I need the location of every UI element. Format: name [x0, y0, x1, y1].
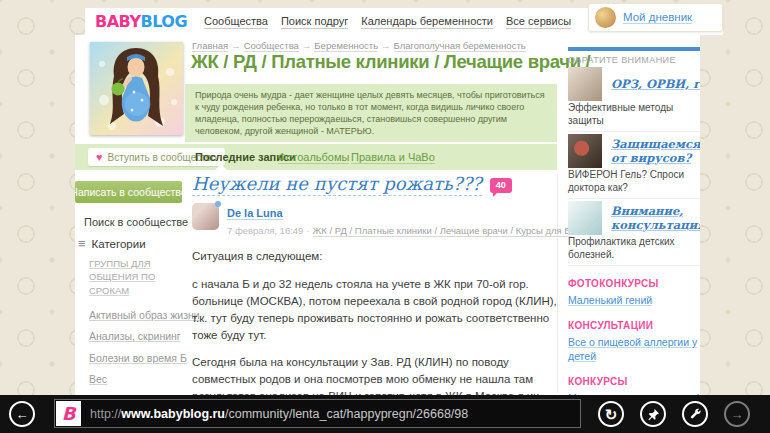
categories-toggle[interactable]: ≡ Категории [78, 237, 182, 250]
url-input[interactable]: B http://www.babyblog.ru/community/lenta… [54, 399, 581, 428]
post-paragraph: с начала Б и до 32 недель стояла на учет… [192, 276, 564, 344]
sidebar-item-tests-screening[interactable]: Анализы, скрининг [89, 330, 181, 342]
menu-item-pregnancy-calendar[interactable]: Календарь беременности [361, 15, 493, 29]
hamburger-icon: ≡ [78, 237, 86, 250]
community-description-box: Природа очень мудра - дает женщине целых… [185, 84, 557, 142]
promo-thumbnail[interactable] [568, 201, 602, 235]
section-header: КОНСУЛЬТАЦИИ [568, 320, 700, 331]
my-diary-link[interactable]: Мой дневник [623, 11, 692, 24]
main-menu: Сообщества Поиск подруг Календарь береме… [204, 15, 571, 29]
menu-item-communities[interactable]: Сообщества [204, 15, 268, 29]
promo-item-top: ОРЗ, ОРВИ, грипп [568, 67, 700, 101]
sidebar-item-groups-by-term[interactable]: ГРУППЫ ДЛЯ ОБЩЕНИЯ ПО СРОКАМ [89, 257, 182, 297]
sidebar-section-contests: КОНКУРСЫ Меняем истории на призы! [568, 376, 700, 395]
breadcrumb-arrow-icon: → [381, 40, 391, 51]
community-avatar-illustration [90, 42, 183, 135]
promo-item: Внимание, консультация! Профилактика дет… [568, 201, 700, 266]
main-panel: Главная→Сообщества→Беременность→Благопол… [75, 35, 700, 395]
url-path: /community/lenta_cat/happypregn/26668/98 [225, 407, 468, 421]
browser-back-button[interactable]: ← [9, 401, 35, 427]
url-protocol: http:// [90, 407, 121, 421]
post-category-links[interactable]: ЖК / РД / Платные клиники / Лечащие врач… [313, 225, 571, 237]
forward-arrow-icon: → [731, 408, 744, 421]
promo-item-top: Защищаемся от вирусов? [568, 134, 700, 168]
site-favicon: B [56, 401, 81, 426]
list-item: Болезни во время Б [89, 348, 182, 366]
promo-link-viruses[interactable]: Защищаемся от вирусов? [611, 137, 700, 166]
community-description: Природа очень мудра - дает женщине целых… [195, 90, 547, 138]
promo-item-top: Внимание, консультация! [568, 201, 700, 235]
sidebar-item-weight[interactable]: Вес [89, 373, 107, 385]
category-list: Активный образ жизни Анализы, скрининг Б… [89, 305, 182, 395]
menu-item-all-services[interactable]: Все сервисы [506, 15, 571, 29]
my-diary-widget[interactable]: Мой дневник [588, 3, 723, 32]
tab-rules-faq[interactable]: Правила и ЧаВо [351, 151, 435, 163]
meta-separator: · [306, 225, 309, 236]
heart-icon: ♥ [96, 152, 103, 163]
promo-description: Профилактика детских болезней. [568, 236, 700, 261]
sidebar-section-consultations: КОНСУЛЬТАЦИИ Все о пищевой аллергии у де… [568, 320, 700, 364]
promo-thumbnail[interactable] [568, 67, 602, 101]
comments-count-badge[interactable]: 40 [490, 178, 512, 193]
post-title-row: Неужели не пустят рожать??? 40 [192, 173, 564, 196]
post-paragraph: Ситуация в следующем: [192, 248, 564, 265]
post-author-row: De la Luna 7 февраля, 16:49·ЖК / РД / Пл… [192, 203, 564, 236]
browser-refresh-button[interactable]: ↻ [598, 401, 624, 427]
back-arrow-icon: ← [16, 408, 29, 421]
browser-pin-button[interactable] [640, 401, 666, 427]
pin-icon [647, 408, 660, 421]
browser-forward-button[interactable]: → [724, 401, 750, 427]
logo-part-blog: BLOG [140, 12, 187, 31]
section-link-food-allergy[interactable]: Все о пищевой аллергии у детей [568, 336, 700, 363]
logo-part-baby: BABY [95, 12, 140, 31]
author-name-link[interactable]: De la Luna [227, 207, 283, 220]
list-item: Анализы, скрининг [89, 326, 182, 344]
community-stats: 9329 участников, 34431 тема [195, 141, 547, 143]
post-meta: 7 февраля, 16:49·ЖК / РД / Платные клини… [227, 225, 571, 236]
community-tab-band: ♥ Вступить в сообщество Последние записи… [75, 144, 557, 170]
promo-item: Защищаемся от вирусов? ВИФЕРОН Гель? Спр… [568, 134, 700, 199]
list-item: Вес [89, 369, 182, 387]
post: Неужели не пустят рожать??? 40 De la Lun… [192, 173, 564, 395]
babyblog-logo[interactable]: BABYBLOG [95, 12, 187, 31]
active-tab-notch [215, 164, 227, 170]
sidebar-accent-bar [568, 47, 700, 51]
attention-header: ОБРАТИТЕ ВНИМАНИЕ [568, 55, 700, 65]
browser-tools-button[interactable] [682, 401, 708, 427]
promo-description: Эффективные методы защиты [568, 102, 700, 127]
write-to-community-button[interactable]: Написать в сообщество [75, 181, 182, 203]
right-sidebar: ОБРАТИТЕ ВНИМАНИЕ ОРЗ, ОРВИ, грипп Эффек… [568, 47, 700, 395]
author-avatar[interactable] [192, 203, 219, 230]
promo-link-consultation[interactable]: Внимание, консультация! [611, 204, 700, 233]
community-search-label: Поиск в сообществе [84, 216, 188, 228]
post-title-link[interactable]: Неужели не пустят рожать??? [192, 173, 482, 196]
url-text: http://www.babyblog.ru/community/lenta_c… [90, 407, 468, 421]
community-title: ЖК / РД / Платные клиники / Лечащие врач… [191, 51, 590, 73]
breadcrumb-arrow-icon: → [302, 40, 312, 51]
promo-item: ОРЗ, ОРВИ, грипп Эффективные методы защи… [568, 67, 700, 132]
wrench-icon [689, 408, 702, 421]
section-header: КОНКУРСЫ [568, 376, 700, 387]
post-date: 7 февраля, 16:49 [227, 225, 303, 236]
menu-item-find-friends[interactable]: Поиск подруг [281, 15, 348, 29]
section-header: ФОТОКОНКУРСЫ [568, 278, 700, 289]
promo-link-flu[interactable]: ОРЗ, ОРВИ, грипп [611, 77, 700, 91]
user-avatar [595, 7, 616, 28]
promo-description: ВИФЕРОН Гель? Спроси доктора как? [568, 169, 700, 194]
browser-address-bar: ← B http://www.babyblog.ru/community/len… [0, 395, 770, 433]
sidebar-item-illness[interactable]: Болезни во время Б [89, 352, 187, 364]
sidebar-section-photocontests: ФОТОКОНКУРСЫ Маленький гений [568, 278, 700, 308]
author-meta-block: De la Luna 7 февраля, 16:49·ЖК / РД / Пл… [227, 203, 571, 236]
section-link-little-genius[interactable]: Маленький гений [568, 294, 652, 308]
promo-thumbnail[interactable] [568, 134, 602, 168]
post-body: Ситуация в следующем: с начала Б и до 32… [192, 248, 564, 395]
list-item: Активный образ жизни [89, 305, 182, 323]
url-domain: www.babyblog.ru [121, 407, 225, 421]
categories-label: Категории [92, 238, 146, 250]
breadcrumb-arrow-icon: → [231, 40, 241, 51]
sidebar-item-active-lifestyle[interactable]: Активный образ жизни [89, 309, 200, 321]
left-sidebar: Написать в сообщество Поиск в сообществе… [75, 181, 182, 395]
refresh-icon: ↻ [605, 407, 618, 422]
tab-photo-albums[interactable]: Фотоальбомы [278, 151, 349, 163]
community-search-link[interactable]: Поиск в сообществе [78, 216, 182, 228]
